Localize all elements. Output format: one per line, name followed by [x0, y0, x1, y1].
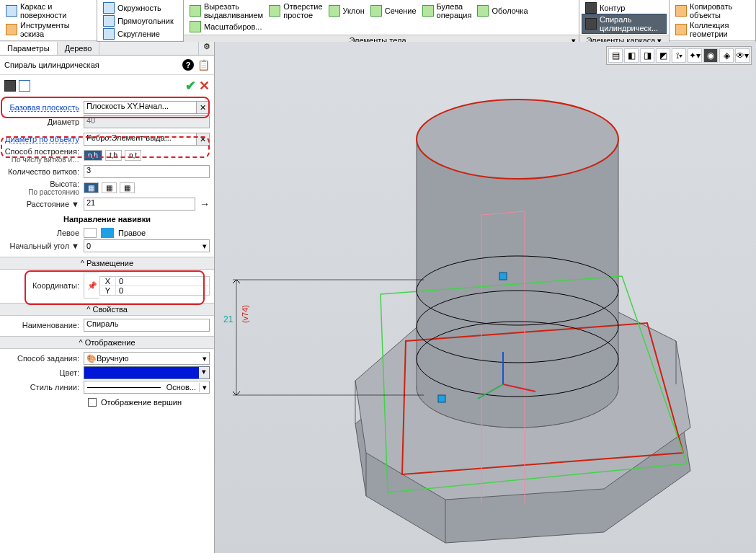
winding-left-label: Левое: [4, 229, 84, 237]
start-angle-label[interactable]: Начальный угол ▼: [4, 242, 84, 250]
coord-label: Координаты:: [4, 281, 84, 290]
coord-x-input[interactable]: 0: [116, 277, 209, 286]
ribbon-item-spiral[interactable]: Спираль цилиндрическ...: [582, 14, 666, 33]
view-wire-icon[interactable]: ◈: [719, 48, 734, 63]
ribbon-item-hole[interactable]: Отверстие простое: [266, 1, 325, 20]
view-tool-1[interactable]: ◧: [624, 48, 639, 63]
method-options[interactable]: n,h t,h n,t: [84, 150, 210, 161]
show-vertices-checkbox[interactable]: [88, 398, 97, 407]
view-tool-5[interactable]: ✦▾: [688, 48, 702, 63]
tab-parameters[interactable]: Параметры: [0, 42, 58, 55]
variables-icon[interactable]: 📋: [197, 58, 210, 71]
mode-manual-icon[interactable]: [19, 80, 30, 92]
winding-toggle[interactable]: Правое: [84, 228, 210, 238]
svg-point-10: [417, 99, 618, 179]
height-opt-2[interactable]: ▦: [102, 182, 117, 193]
direction-arrow-icon[interactable]: →: [195, 198, 210, 210]
help-icon[interactable]: ?: [182, 59, 194, 71]
color-select[interactable]: ▾: [84, 366, 210, 379]
base-plane-clear[interactable]: ✕: [197, 101, 210, 114]
color-label: Цвет:: [4, 368, 84, 377]
base-plane-label[interactable]: Базовая плоскость: [4, 103, 84, 112]
view-tool-3[interactable]: ◩: [656, 48, 670, 63]
ribbon-item-draft[interactable]: Уклон: [326, 1, 368, 20]
diam-obj-clear[interactable]: ✕: [197, 133, 210, 146]
ribbon-item-shell[interactable]: Оболочка: [474, 1, 530, 20]
linestyle-label: Стиль линии:: [4, 383, 84, 391]
view-hide-icon[interactable]: 👁▾: [735, 48, 750, 63]
height-opt-3[interactable]: ▦: [120, 182, 135, 193]
viewport-3d[interactable]: ▤ ◧ ◨ ◩ ⟟▾ ✦▾ ◉ ◈ 👁▾: [215, 42, 756, 553]
operation-title: Спираль цилиндрическая: [4, 61, 99, 69]
ribbon-item-boolean[interactable]: Булева операция: [419, 1, 475, 20]
svg-rect-22: [499, 273, 507, 280]
viewport-canvas: [215, 42, 756, 553]
ribbon-item-fillet[interactable]: Скругление: [100, 27, 180, 40]
cancel-button[interactable]: ✕: [199, 78, 210, 94]
name-input[interactable]: Спираль: [84, 319, 210, 332]
linestyle-select[interactable]: Основ...▾: [84, 381, 210, 394]
placement-header[interactable]: ^ Размещение: [0, 257, 214, 270]
coord-y-label: Y: [100, 286, 116, 295]
method-opt-th[interactable]: t,h: [105, 150, 122, 161]
turns-input[interactable]: 3: [84, 165, 210, 178]
ribbon-item-sketch-tools[interactable]: Инструменты эскиза: [3, 20, 73, 39]
tab-tree[interactable]: Дерево: [58, 42, 100, 55]
properties-panel: Параметры Дерево ⚙ Спираль цилиндрическа…: [0, 42, 215, 553]
ribbon-item-circle[interactable]: Окружность: [100, 1, 180, 14]
viewport-toolbar: ▤ ◧ ◨ ◩ ⟟▾ ✦▾ ◉ ◈ 👁▾: [606, 46, 752, 65]
properties-header[interactable]: ^ Свойства: [0, 303, 214, 316]
height-options[interactable]: ▦ ▦ ▦: [84, 182, 210, 193]
diameter-label: Диаметр: [4, 118, 84, 126]
diam-obj-label[interactable]: Диаметр по объекту: [4, 135, 84, 143]
view-shaded-icon[interactable]: ◉: [703, 48, 718, 63]
disp-method-select[interactable]: 🎨 Вручную▾: [84, 352, 210, 365]
height-opt-1[interactable]: ▦: [84, 182, 99, 193]
dimension-v74: (v74): [241, 305, 249, 323]
ribbon-item-contour[interactable]: Контур: [582, 1, 666, 14]
winding-right-swatch[interactable]: [101, 228, 114, 238]
coord-pin-icon[interactable]: 📌: [84, 273, 99, 298]
winding-title: Направление навивки: [4, 212, 210, 226]
disp-method-label: Способ задания:: [4, 354, 84, 363]
method-label: Способ построения: По числу витков и…: [4, 147, 84, 164]
view-tool-4[interactable]: ⟟▾: [672, 48, 686, 63]
turns-label: Количество витков:: [4, 167, 84, 176]
coord-y-input[interactable]: 0: [116, 286, 209, 295]
ribbon: Каркас и поверхности Инструменты эскиза …: [0, 0, 756, 42]
ribbon-item-scale[interactable]: Масштабиров...: [187, 20, 264, 33]
distance-label[interactable]: Расстояние ▼: [4, 200, 84, 208]
ribbon-item-cut-extrude[interactable]: Вырезать выдавливанием: [187, 1, 266, 20]
winding-left-swatch[interactable]: [84, 228, 97, 238]
height-label: Высота: По расстоянию: [4, 180, 84, 196]
mode-auto-icon[interactable]: [4, 80, 16, 92]
ribbon-item-collection[interactable]: Коллекция геометрии: [672, 20, 752, 39]
ribbon-item-rect[interactable]: Прямоугольник: [100, 14, 180, 27]
ribbon-item-surfaces[interactable]: Каркас и поверхности: [3, 1, 69, 20]
view-tool-2[interactable]: ◨: [640, 48, 654, 63]
ribbon-item-copy[interactable]: Копировать объекты: [672, 1, 752, 20]
svg-rect-23: [438, 395, 445, 402]
coord-x-label: X: [100, 277, 116, 286]
name-label: Наименование:: [4, 321, 84, 329]
apply-button[interactable]: ✔: [185, 78, 196, 94]
distance-input[interactable]: 21: [84, 198, 195, 211]
base-plane-input[interactable]: Плоскость XY.Начал...: [84, 101, 197, 114]
winding-right-label: Правое: [118, 229, 146, 237]
start-angle-input[interactable]: 0▾: [84, 239, 210, 252]
method-opt-nh[interactable]: n,h: [84, 150, 102, 161]
dimension-21: 21: [223, 314, 233, 324]
diameter-input: 40: [84, 115, 210, 128]
view-normal-icon[interactable]: ▤: [608, 48, 623, 63]
diam-obj-input[interactable]: Ребро.Элемент выда...: [84, 133, 197, 146]
show-vertices-label: Отображение вершин: [101, 398, 182, 407]
panel-settings-icon[interactable]: ⚙: [198, 42, 214, 55]
display-header[interactable]: ^ Отображение: [0, 336, 214, 349]
ribbon-item-section[interactable]: Сечение: [368, 1, 419, 20]
method-opt-nt[interactable]: n,t: [125, 150, 141, 161]
